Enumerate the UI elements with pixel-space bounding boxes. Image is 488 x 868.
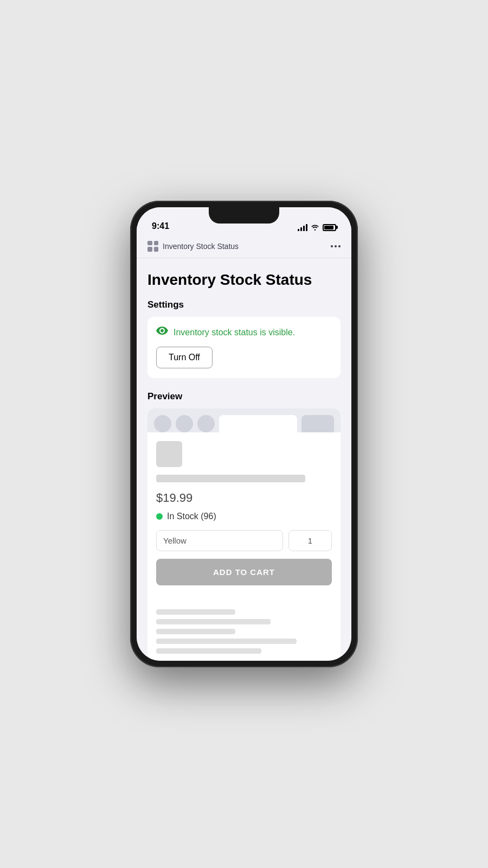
skeleton-line-1	[156, 609, 235, 615]
in-stock-dot	[156, 513, 163, 520]
phone-frame: 9:41	[130, 201, 358, 667]
status-time: 9:41	[152, 221, 169, 231]
status-icons	[298, 224, 336, 231]
tab-right	[301, 415, 334, 432]
tab-circle-1	[154, 415, 171, 432]
nav-left: Inventory Stock Status	[147, 241, 239, 252]
skeleton-line-3	[156, 629, 235, 634]
nav-title: Inventory Stock Status	[163, 242, 239, 251]
product-title-skeleton	[156, 475, 305, 482]
battery-icon	[323, 224, 336, 231]
skeleton-line-4	[156, 639, 297, 644]
more-options-button[interactable]	[331, 245, 341, 247]
product-price: $19.99	[156, 491, 332, 505]
tab-circle-3	[197, 415, 215, 432]
quantity-input[interactable]: 1	[288, 530, 332, 551]
visibility-row: Inventory stock status is visible.	[156, 327, 332, 338]
skeleton-line-2	[156, 619, 271, 624]
add-to-cart-button[interactable]: ADD TO CART	[156, 559, 332, 585]
quantity-value: 1	[308, 536, 312, 545]
tab-circle-2	[176, 415, 193, 432]
grid-icon	[147, 241, 158, 252]
preview-tabs	[147, 409, 341, 432]
variant-selector[interactable]: Yellow	[156, 530, 283, 551]
signal-icon	[298, 224, 307, 231]
settings-label: Settings	[147, 299, 341, 310]
phone-notch	[209, 207, 279, 224]
in-stock-text: In Stock (96)	[167, 512, 216, 521]
preview-section: Preview $19.99	[147, 391, 341, 661]
product-area: $19.99 In Stock (96) Yellow 1	[147, 432, 341, 603]
turn-off-button[interactable]: Turn Off	[156, 347, 213, 368]
tab-active	[219, 415, 297, 432]
battery-fill	[324, 226, 333, 229]
settings-card: Inventory stock status is visible. Turn …	[147, 317, 341, 378]
skeleton-lines	[147, 603, 341, 661]
variant-row: Yellow 1	[156, 530, 332, 551]
page-content: Inventory Stock Status Settings Inventor…	[137, 258, 351, 661]
skeleton-line-5	[156, 648, 261, 654]
phone-screen: 9:41	[137, 207, 351, 661]
product-image	[156, 441, 182, 467]
eye-icon	[156, 327, 168, 338]
wifi-icon	[311, 224, 319, 231]
preview-card: $19.99 In Stock (96) Yellow 1	[147, 409, 341, 661]
page-title: Inventory Stock Status	[147, 271, 341, 289]
visibility-text: Inventory stock status is visible.	[174, 328, 295, 337]
nav-bar: Inventory Stock Status	[137, 234, 351, 258]
variant-value: Yellow	[163, 536, 187, 545]
in-stock-row: In Stock (96)	[156, 512, 332, 521]
preview-label: Preview	[147, 391, 341, 402]
